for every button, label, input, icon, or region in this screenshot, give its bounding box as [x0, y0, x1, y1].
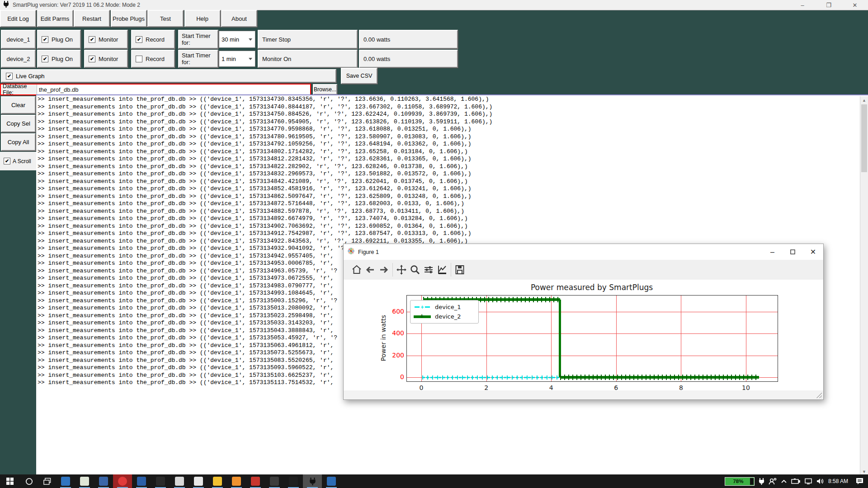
- taskbar-vc-app[interactable]: [189, 474, 208, 488]
- chevron-up-icon[interactable]: [781, 479, 787, 483]
- monitor-checkbox-device_1[interactable]: ✔Monitor: [84, 30, 128, 49]
- menu-edit-log[interactable]: Edit Log: [0, 10, 36, 27]
- a-scroll-checkbox[interactable]: ✔ A Scroll: [0, 152, 36, 170]
- copy-sel-button[interactable]: Copy Sel: [1, 115, 36, 132]
- log-line: >> insert_measurements into the_prof_db.…: [36, 111, 868, 118]
- pan-icon[interactable]: [395, 263, 408, 277]
- chart-legend: +device_1+device_2: [410, 300, 479, 324]
- battery-icon[interactable]: [791, 479, 800, 484]
- taskbar-monitor-chart-app[interactable]: [170, 474, 189, 488]
- plugged-in-icon[interactable]: [759, 478, 764, 485]
- log-line: >> insert_measurements into the_prof_db.…: [36, 163, 868, 171]
- record-label: Record: [146, 36, 165, 43]
- log-line: >> insert_measurements into the_prof_db.…: [36, 96, 868, 103]
- menu-probe-plugs[interactable]: Probe Plugs: [111, 10, 147, 27]
- copy-all-button[interactable]: Copy All: [1, 133, 36, 151]
- window-restore-button[interactable]: ❐: [816, 0, 842, 10]
- zoom-icon[interactable]: [408, 263, 422, 277]
- action-center-icon[interactable]: [856, 478, 863, 485]
- volume-icon[interactable]: [816, 478, 824, 484]
- timer-label-device_2: Start Timer for:: [178, 50, 218, 68]
- cortana-icon[interactable]: [20, 474, 38, 488]
- log-line: >> insert_measurements into the_prof_db.…: [36, 185, 868, 193]
- figure-minimize-button[interactable]: –: [762, 244, 783, 260]
- action-button-device_1[interactable]: Timer Stop: [258, 30, 358, 49]
- figure-titlebar[interactable]: Figure 1 – ✕: [344, 244, 823, 260]
- battery-percent-badge[interactable]: 78%: [725, 477, 755, 486]
- log-line: >> insert_measurements into the_prof_db.…: [36, 118, 868, 126]
- taskbar-internet-app[interactable]: [56, 474, 75, 488]
- figure-canvas[interactable]: Power measured by SmartPlugs Power in wa…: [344, 280, 823, 391]
- smartplug-app-icon: [3, 1, 9, 9]
- plug-on-checkbox-box: ✔: [42, 36, 48, 43]
- series-device_2-drop: [559, 300, 561, 377]
- home-icon[interactable]: [350, 263, 363, 277]
- scroll-down-icon[interactable]: ▼: [860, 468, 868, 474]
- timer-select-device_1[interactable]: 30 min: [219, 31, 255, 48]
- taskbar-smartplug-app[interactable]: [303, 474, 322, 488]
- menu-edit-parms[interactable]: Edit Parms: [37, 10, 73, 27]
- gridline-x: [551, 296, 552, 381]
- taskbar-mail-app[interactable]: [132, 474, 151, 488]
- scrollbar-thumb[interactable]: [861, 104, 867, 172]
- device-name-device_1: device_1: [1, 30, 36, 49]
- gridline-x: [486, 296, 487, 381]
- log-line: >> insert_measurements into the_prof_db.…: [36, 148, 868, 156]
- monitor-checkbox-device_2[interactable]: ✔Monitor: [84, 50, 128, 68]
- forward-icon[interactable]: [377, 263, 391, 277]
- window-minimize-button[interactable]: –: [789, 0, 816, 10]
- taskbar-photos-app[interactable]: [322, 474, 341, 488]
- log-scrollbar[interactable]: ▲ ▼: [860, 96, 868, 474]
- window-close-button[interactable]: ✕: [842, 0, 868, 10]
- save-icon[interactable]: [453, 263, 467, 277]
- log-line: >> insert_measurements into the_prof_db.…: [36, 223, 868, 230]
- taskbar-cmd-app[interactable]: [284, 474, 303, 488]
- legend-label: device_1: [435, 304, 461, 310]
- taskbar-notepad-app[interactable]: [75, 474, 94, 488]
- taskbar-chrome-app[interactable]: [208, 474, 227, 488]
- browse-button[interactable]: Browse...: [313, 84, 337, 95]
- save-csv-button[interactable]: Save CSV: [341, 68, 377, 84]
- live-graph-checkbox[interactable]: ✔ Live Graph: [6, 73, 45, 80]
- taskbar-g-suite-app[interactable]: [227, 474, 246, 488]
- gridline-x: [681, 296, 681, 381]
- taskbar: 78% 8:58 AM: [0, 474, 868, 488]
- figure-toolbar: [344, 260, 823, 280]
- resize-grip-icon[interactable]: [816, 393, 822, 398]
- y-tick-label: 200: [385, 352, 404, 359]
- timer-select-device_2[interactable]: 1 min: [219, 51, 255, 67]
- back-icon[interactable]: [363, 263, 377, 277]
- plug-on-checkbox-device_1[interactable]: ✔Plug On: [37, 30, 81, 49]
- menu-test[interactable]: Test: [147, 10, 184, 27]
- menu-about[interactable]: About: [221, 10, 257, 27]
- watts-display-device_2: 0.00 watts: [359, 50, 458, 68]
- menu-help[interactable]: Help: [184, 10, 221, 27]
- database-file-input[interactable]: [37, 84, 310, 94]
- scroll-up-icon[interactable]: ▲: [860, 96, 868, 104]
- taskbar-snipping-app[interactable]: [94, 474, 113, 488]
- task-view-icon[interactable]: [38, 474, 56, 488]
- taskbar-dark-circle-app[interactable]: [151, 474, 170, 488]
- g-suite-app-icon: [232, 477, 241, 486]
- taskbar-opera-app[interactable]: [113, 474, 132, 488]
- clear-button[interactable]: Clear: [1, 96, 36, 114]
- clock[interactable]: 8:58 AM: [828, 478, 848, 484]
- action-button-device_2[interactable]: Monitor On: [258, 50, 358, 68]
- subplots-icon[interactable]: [422, 263, 435, 277]
- figure-maximize-button[interactable]: [783, 244, 803, 260]
- start-button-icon[interactable]: [0, 474, 20, 488]
- plug-on-label: Plug On: [52, 56, 73, 62]
- a-scroll-checkbox-box: ✔: [4, 158, 10, 164]
- figure-close-button[interactable]: ✕: [803, 244, 823, 260]
- record-checkbox-device_1[interactable]: ✔Record: [131, 30, 175, 49]
- taskbar-clipboard-app[interactable]: [246, 474, 265, 488]
- record-checkbox-device_2[interactable]: Record: [131, 50, 175, 68]
- live-graph-label: Live Graph: [16, 73, 45, 80]
- menu-restart[interactable]: Restart: [74, 10, 110, 27]
- plug-on-checkbox-box: ✔: [42, 56, 48, 62]
- plug-on-checkbox-device_2[interactable]: ✔Plug On: [37, 50, 81, 68]
- network-icon[interactable]: [804, 478, 812, 484]
- people-icon[interactable]: [769, 478, 777, 485]
- taskbar-stats-app[interactable]: [265, 474, 284, 488]
- axes-config-icon[interactable]: [435, 263, 449, 277]
